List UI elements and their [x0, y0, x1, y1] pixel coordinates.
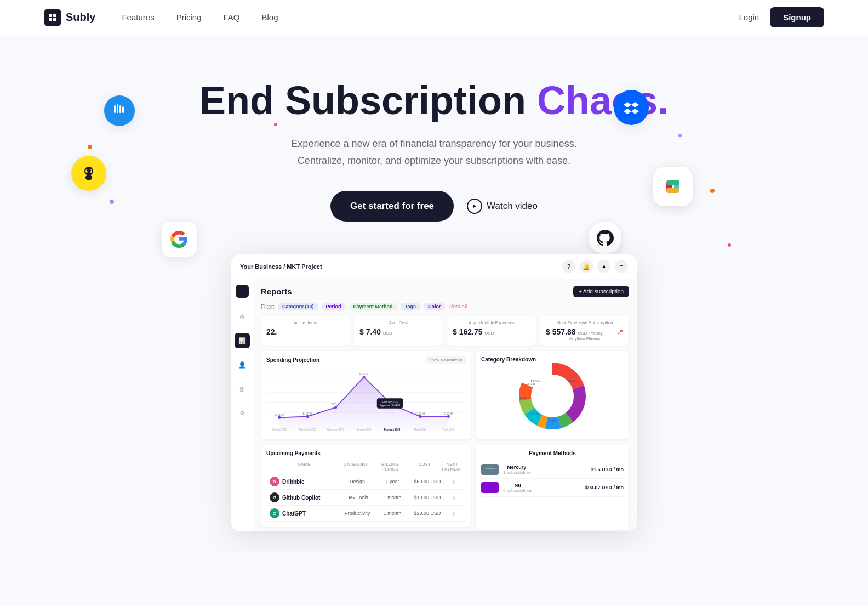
table-header: Name Category Billing Period Cost Next P…	[266, 460, 466, 474]
login-link[interactable]: Login	[739, 13, 759, 22]
dashboard-container: Your Business / MKT Project ? 🔔 ● ≡ 🖨 📊 …	[231, 254, 637, 531]
pm-nu: Nu 6 subscriptions $93.07 USD / mo	[481, 479, 624, 497]
github-copilot-icon: G	[270, 492, 279, 502]
watch-video-button[interactable]: Watch video	[467, 199, 538, 214]
sidebar-print[interactable]: 🖨	[235, 309, 250, 324]
svg-rect-2	[49, 18, 52, 21]
svg-text:19.6%: 19.6%	[568, 380, 578, 383]
spending-title: Spending Projection	[266, 357, 319, 363]
charts-row: Spending Projection Show 6 Months ×	[261, 351, 629, 439]
filter-tags[interactable]: Tags	[401, 303, 420, 310]
dash-header: Your Business / MKT Project ? 🔔 ● ≡	[231, 254, 637, 279]
svg-text:March 2024: March 2024	[414, 428, 426, 431]
filter-color[interactable]: Color	[424, 303, 446, 310]
logo-icon	[44, 9, 61, 26]
nav-right: Login Signup	[739, 7, 824, 27]
bottom-row: Upcoming Payments Name Category Billing …	[261, 445, 629, 530]
get-started-button[interactable]: Get started for free	[330, 191, 454, 222]
svg-point-24	[278, 416, 281, 420]
navbar: Subly Features Pricing FAQ Blog Login Si…	[0, 0, 868, 35]
svg-text:16.1%: 16.1%	[526, 382, 536, 386]
svg-point-27	[363, 376, 366, 379]
dot-pink2	[274, 123, 277, 126]
svg-text:November 2023: November 2023	[299, 428, 316, 431]
dot-orange2	[710, 189, 715, 193]
svg-text:7.9%: 7.9%	[550, 420, 557, 423]
hero-buttons: Get started for free Watch video	[22, 191, 846, 222]
donut-svg: 19.8% 19.6% 6.4% 4.2% 7.9% 12.5% 13.8% 1…	[514, 358, 591, 434]
title-row: Reports + Add subscription	[261, 286, 629, 297]
nav-link-blog[interactable]: Blog	[262, 13, 278, 22]
header-icons: ? 🔔 ● ≡	[562, 260, 628, 273]
dropbox-icon	[614, 90, 649, 125]
filter-category[interactable]: Category (13)	[278, 303, 318, 310]
play-icon	[467, 199, 482, 214]
stat-value-3: $ 557.88 USD / Yearly	[546, 327, 603, 336]
svg-text:$225.34: $225.34	[359, 372, 368, 376]
bell-icon-btn[interactable]: 🔔	[580, 260, 593, 273]
svg-rect-1	[53, 14, 56, 17]
sidebar-trash[interactable]: 🗑	[235, 381, 250, 397]
stat-label-2: Avg. Monthly Expenses	[453, 320, 530, 325]
svg-rect-5	[117, 104, 118, 113]
table-row: G Github Copilot Dev Tools 1 month $10.0…	[266, 490, 466, 506]
clear-filters-button[interactable]: Clear All	[448, 304, 467, 309]
app-github: G Github Copilot	[270, 492, 340, 502]
filter-period[interactable]: Period	[322, 303, 346, 310]
nu-card-icon	[481, 482, 499, 493]
expand-btn-1[interactable]: ›	[445, 493, 462, 502]
sidebar-person[interactable]: 👤	[235, 357, 250, 372]
filter-payment[interactable]: Payment Method	[349, 303, 397, 310]
help-icon-btn[interactable]: ?	[562, 260, 575, 273]
svg-rect-68	[484, 484, 495, 491]
google-icon	[162, 222, 197, 257]
mercury-card-icon	[481, 464, 499, 475]
nav-left: Subly Features Pricing FAQ Blog	[44, 9, 278, 26]
nav-logo[interactable]: Subly	[44, 9, 95, 26]
nav-link-faq[interactable]: FAQ	[224, 13, 240, 22]
svg-text:$121.02: $121.02	[275, 413, 284, 416]
dash-body: 🖨 📊 👤 🗑 ⚙ Reports + Add subscription Fil…	[231, 279, 637, 531]
expand-btn-2[interactable]: ›	[445, 509, 462, 518]
stat-label-0: Active Items	[266, 320, 344, 325]
expand-btn-0[interactable]: ›	[445, 477, 462, 486]
svg-text:February 2024: February 2024	[384, 428, 401, 431]
page-title: Reports	[261, 287, 292, 296]
signup-button[interactable]: Signup	[770, 7, 824, 27]
table-row: D Dribbble Design 1 year $60.00 USD ›	[266, 474, 466, 490]
sidebar-chart[interactable]: 📊	[235, 333, 250, 348]
nav-link-pricing[interactable]: Pricing	[176, 13, 202, 22]
avatar-btn[interactable]: ●	[597, 260, 610, 273]
trend-up-icon: ↗	[617, 327, 624, 336]
svg-text:$127.88: $127.88	[415, 412, 425, 415]
svg-rect-3	[53, 18, 56, 21]
filter-label: Filter:	[261, 304, 275, 310]
svg-rect-6	[119, 105, 121, 113]
hero-subtitle: Experience a new era of financial transp…	[22, 135, 846, 169]
table-row: C ChatGPT Productivity 1 month $20.00 US…	[266, 506, 466, 522]
svg-text:February 2024: February 2024	[382, 401, 398, 404]
pm-title: Payment Methods	[481, 450, 624, 456]
spending-title-row: Spending Projection Show 6 Months ×	[266, 356, 466, 364]
sidebar-settings[interactable]: ⚙	[235, 405, 250, 421]
svg-rect-67	[485, 468, 495, 469]
github-icon	[589, 222, 621, 254]
menu-btn[interactable]: ≡	[615, 260, 628, 273]
show-months-btn[interactable]: Show 6 Months ×	[425, 356, 466, 364]
add-subscription-button[interactable]: + Add subscription	[573, 286, 629, 297]
intercom-icon	[104, 95, 135, 126]
stat-value-1: $ 7.40 USD	[359, 327, 392, 336]
svg-rect-13	[85, 175, 92, 180]
svg-rect-4	[114, 105, 116, 113]
stat-most-expensive: Most Expensive Subscription $ 557.88 USD…	[540, 316, 629, 346]
app-chatgpt: C ChatGPT	[270, 508, 340, 518]
spending-chart-card: Spending Projection Show 6 Months ×	[261, 351, 471, 439]
hero-section: End Subscription Chaos. Experience a new…	[0, 35, 868, 553]
svg-rect-7	[122, 106, 124, 113]
upcoming-title-row: Upcoming Payments	[266, 450, 466, 456]
svg-point-12	[90, 170, 92, 172]
svg-text:January 2024: January 2024	[357, 428, 372, 431]
donut-container: 19.8% 19.6% 6.4% 4.2% 7.9% 12.5% 13.8% 1…	[481, 366, 624, 426]
nav-link-features[interactable]: Features	[122, 13, 154, 22]
nav-links: Features Pricing FAQ Blog	[122, 13, 278, 22]
